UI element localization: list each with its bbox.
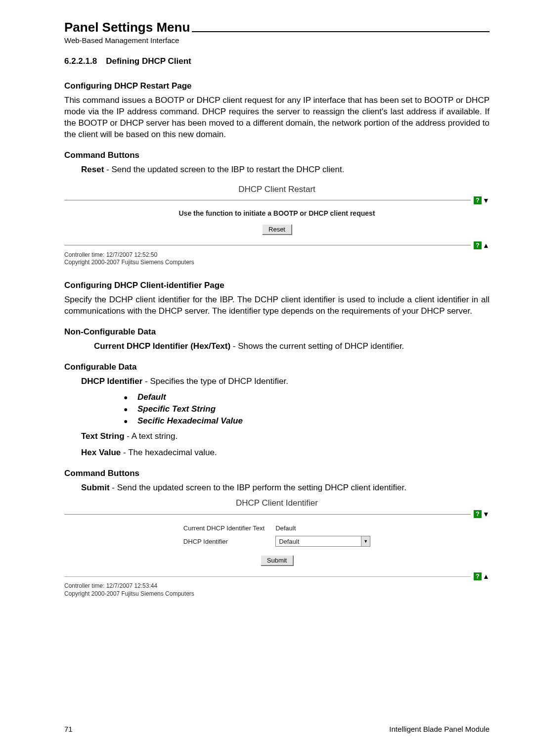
submit-desc: - Send the updated screen to the IBP per…	[110, 483, 406, 492]
ident-heading: Configuring DHCP Client-identifier Page	[64, 281, 490, 290]
shot2-controller-time: Controller time: 12/7/2007 12:53:44	[64, 582, 490, 590]
table-row: Current DHCP Identifier Text Default	[178, 523, 375, 533]
help-icon[interactable]	[474, 196, 482, 204]
dhcp-restart-screenshot: DHCP Client Restart ▼ Use the function t…	[64, 185, 490, 267]
page-header-title: Panel Settings Menu	[64, 20, 190, 35]
restart-heading: Configuring DHCP Restart Page	[64, 81, 490, 91]
ident-paragraph: Specify the DCHP client identifier for t…	[64, 294, 490, 317]
shot1-bottom-rule	[64, 245, 471, 245]
shot1-top-rule	[64, 200, 471, 200]
row1-label: Current DHCP Identifier Text	[178, 523, 269, 533]
shot1-title: DHCP Client Restart	[64, 185, 490, 194]
header-rule	[192, 31, 490, 32]
current-ident-line: Current DHCP Identifier (Hex/Text) - Sho…	[94, 341, 490, 352]
reset-button[interactable]: Reset	[262, 224, 292, 235]
text-string-label: Text String	[81, 431, 125, 441]
list-item: Default	[124, 392, 490, 402]
restart-reset-line: Reset - Send the updated screen to the I…	[81, 164, 490, 176]
hex-value-label: Hex Value	[81, 448, 121, 457]
table-row: DHCP Identifier Default ▼	[178, 534, 375, 548]
shot2-bottom-rule	[64, 576, 471, 577]
section-number: 6.2.2.1.8	[64, 56, 97, 66]
text-string-line: Text String - A text string.	[81, 431, 490, 442]
reset-label: Reset	[81, 165, 104, 174]
footer-product: Intelligent Blade Panel Module	[389, 725, 490, 733]
section-number-heading: 6.2.2.1.8Defining DHCP Client	[64, 56, 490, 66]
page-header-subtitle: Web-Based Management Interface	[64, 36, 490, 45]
help-icon[interactable]	[474, 510, 482, 518]
text-string-desc: - A text string.	[125, 431, 178, 441]
identifier-form: Current DHCP Identifier Text Default DHC…	[178, 522, 376, 549]
shot2-top-rule	[64, 514, 471, 515]
hex-value-desc: - The hexadecimal value.	[121, 448, 217, 457]
select-value: Default	[276, 538, 361, 545]
ident-cmd-heading: Command Buttons	[64, 469, 490, 478]
help-icon[interactable]	[474, 572, 482, 580]
reset-desc: - Send the updated screen to the IBP to …	[104, 165, 344, 174]
dhcp-identifier-select[interactable]: Default ▼	[275, 536, 370, 547]
shot1-controller-time: Controller time: 12/7/2007 12:52:50	[64, 251, 490, 259]
noncfg-heading: Non-Configurable Data	[64, 327, 490, 337]
current-ident-label: Current DHCP Identifier (Hex/Text)	[94, 341, 230, 351]
arrow-up-icon[interactable]: ▲	[483, 241, 490, 249]
page-footer: 71 Intelligent Blade Panel Module	[64, 725, 490, 733]
shot2-title: DHCP Client Identifier	[64, 498, 490, 508]
dhcp-id-line: DHCP Identifier - Specifies the type of …	[81, 376, 490, 387]
chevron-down-icon[interactable]: ▼	[361, 536, 370, 546]
restart-cmd-heading: Command Buttons	[64, 150, 490, 160]
restart-paragraph: This command issues a BOOTP or DHCP clie…	[64, 95, 490, 141]
row2-label: DHCP Identifier	[178, 534, 269, 548]
list-item: Secific Hexadecimal Value	[124, 416, 490, 426]
shot1-hint: Use the function to initiate a BOOTP or …	[64, 209, 490, 217]
row1-value: Default	[270, 523, 375, 533]
arrow-up-icon[interactable]: ▲	[483, 572, 490, 580]
identifier-options-list: Default Specific Text String Secific Hex…	[124, 392, 490, 426]
hex-value-line: Hex Value - The hexadecimal value.	[81, 447, 490, 459]
current-ident-desc: - Shows the current setting of DHCP iden…	[230, 341, 404, 351]
arrow-down-icon[interactable]: ▼	[483, 510, 490, 518]
submit-label: Submit	[81, 483, 110, 492]
help-icon[interactable]	[474, 241, 482, 249]
arrow-down-icon[interactable]: ▼	[483, 196, 490, 204]
section-title: Defining DHCP Client	[106, 56, 191, 66]
cfg-heading: Configurable Data	[64, 362, 490, 372]
dhcp-id-label: DHCP Identifier	[81, 377, 142, 386]
submit-button[interactable]: Submit	[261, 555, 293, 566]
dhcp-identifier-screenshot: DHCP Client Identifier ▼ Current DHCP Id…	[64, 498, 490, 598]
shot1-copyright: Copyright 2000-2007 Fujitsu Siemens Comp…	[64, 259, 490, 267]
shot2-copyright: Copyright 2000-2007 Fujitsu Siemens Comp…	[64, 590, 490, 598]
list-item: Specific Text String	[124, 404, 490, 414]
submit-line: Submit - Send the updated screen to the …	[81, 482, 490, 494]
dhcp-id-desc: - Specifies the type of DHCP Identifier.	[142, 377, 288, 386]
page-number: 71	[64, 725, 73, 733]
